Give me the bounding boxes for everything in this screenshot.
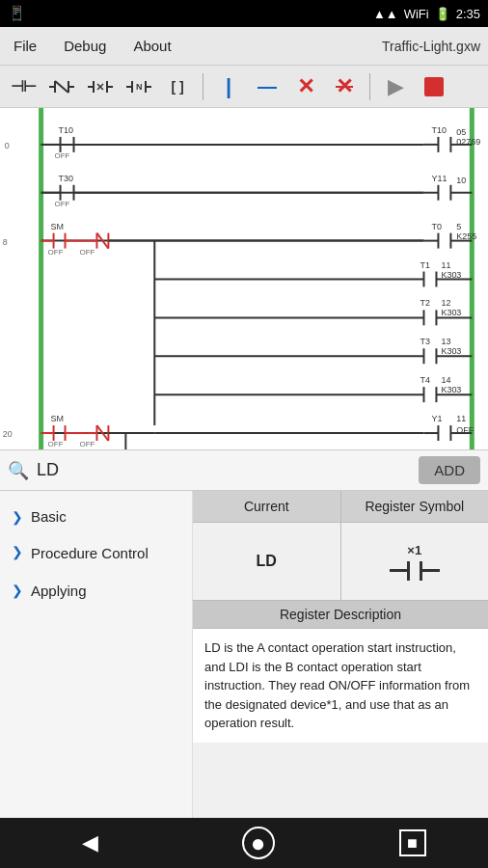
reg-line-right	[422, 569, 440, 572]
back-button[interactable]: ◀	[63, 823, 118, 863]
file-menu[interactable]: File	[8, 34, 42, 58]
contact-n-button[interactable]: N	[122, 70, 156, 103]
svg-text:12: 12	[441, 298, 450, 308]
chevron-right-icon-3: ❯	[12, 583, 23, 598]
sidebar-item-label-basic: Basic	[31, 508, 67, 525]
svg-text:05: 05	[456, 127, 466, 137]
file-title: Traffic-Light.gxw	[382, 39, 480, 54]
sidebar-item-applying[interactable]: ❯ Applying	[0, 573, 192, 609]
debug-menu[interactable]: Debug	[58, 34, 112, 58]
svg-text:11: 11	[441, 260, 450, 270]
svg-text:OFF: OFF	[79, 248, 95, 257]
chevron-right-icon: ❯	[12, 509, 23, 525]
svg-text:T3: T3	[420, 337, 429, 346]
sidebar-item-label-procedure: Procedure Control	[31, 544, 149, 563]
delete-x2-button[interactable]: ✕	[327, 70, 362, 103]
svg-text:K303: K303	[441, 385, 461, 394]
square-button[interactable]: ■	[399, 829, 426, 856]
horizontal-line-button[interactable]: —	[250, 70, 285, 103]
function-button[interactable]: [ ]	[160, 70, 195, 103]
svg-text:SM: SM	[51, 414, 64, 423]
svg-text:Y1: Y1	[431, 414, 442, 423]
svg-text:8: 8	[3, 237, 8, 247]
stop-button[interactable]	[417, 70, 451, 103]
sidebar-item-procedure-control[interactable]: ❯ Procedure Control	[0, 534, 192, 573]
svg-text:OFF: OFF	[55, 151, 70, 160]
play-button[interactable]: ▶	[378, 70, 413, 103]
current-header: Current	[193, 491, 341, 522]
svg-text:T1: T1	[420, 260, 429, 270]
menu-bar: File Debug About Traffic-Light.gxw	[0, 27, 488, 66]
svg-text:20: 20	[3, 429, 13, 439]
about-menu[interactable]: About	[127, 34, 176, 58]
svg-text:K303: K303	[441, 346, 461, 356]
svg-text:11: 11	[456, 414, 466, 423]
search-input[interactable]	[37, 460, 411, 480]
nav-bar: ◀ ● ■	[0, 818, 488, 868]
svg-text:OFF: OFF	[48, 440, 64, 448]
panel-body: LD ×1	[193, 523, 488, 601]
svg-text:10: 10	[456, 176, 466, 185]
svg-text:T0: T0	[431, 222, 441, 231]
right-panel: Current Register Symbol LD ×1	[193, 491, 488, 848]
home-button[interactable]: ●	[242, 827, 275, 859]
contact-p-button[interactable]	[83, 70, 118, 103]
panel-header: Current Register Symbol	[193, 491, 488, 523]
sidebar: ❯ Basic ❯ Procedure Control ❯ Applying	[0, 491, 193, 848]
register-symbol-header: Register Symbol	[341, 491, 489, 522]
svg-text:T2: T2	[420, 298, 429, 308]
ladder-diagram: 0 T10 OFF T10 05 02769 T30 OFF Y11 10	[0, 108, 488, 450]
current-instruction: LD	[193, 523, 341, 600]
svg-text:OFF: OFF	[55, 200, 70, 208]
reg-bar-left	[407, 561, 410, 581]
reg-line-left	[390, 569, 407, 572]
status-bar: 📱 ▲▲ WiFi 🔋 2:35	[0, 0, 488, 27]
svg-text:N: N	[136, 82, 143, 92]
phone-icon: 📱	[8, 5, 26, 22]
svg-text:K255: K255	[456, 231, 476, 241]
svg-text:K303: K303	[441, 308, 461, 317]
svg-text:T30: T30	[59, 174, 73, 183]
register-description-body: LD is the A contact operation start inst…	[193, 629, 488, 743]
svg-text:K303: K303	[441, 270, 461, 280]
svg-text:14: 14	[441, 375, 450, 385]
contact-no-button[interactable]: ⊣⊢	[6, 70, 41, 103]
sidebar-item-basic[interactable]: ❯ Basic	[0, 499, 192, 534]
register-symbol: ×1	[390, 543, 440, 581]
svg-text:T4: T4	[420, 375, 429, 385]
svg-text:OFF: OFF	[48, 248, 64, 257]
vertical-line-button[interactable]: |	[211, 70, 246, 103]
svg-text:5: 5	[456, 222, 461, 231]
search-icon: 🔍	[8, 460, 29, 481]
toolbar-sep-2	[369, 73, 370, 100]
svg-text:OFF: OFF	[79, 440, 95, 448]
sidebar-item-label-applying: Applying	[31, 583, 87, 599]
svg-text:Y11: Y11	[431, 174, 447, 183]
add-button[interactable]: ADD	[419, 456, 480, 484]
svg-text:0: 0	[5, 141, 10, 150]
status-left: 📱	[8, 5, 26, 22]
svg-text:13: 13	[441, 337, 450, 346]
search-bar: 🔍 ADD	[0, 450, 488, 491]
bottom-panel: ❯ Basic ❯ Procedure Control ❯ Applying C…	[0, 491, 488, 848]
register-symbol-display: ×1	[341, 523, 489, 600]
register-description-header: Register Description	[193, 601, 488, 629]
svg-text:OFF: OFF	[456, 425, 474, 435]
svg-line-4	[55, 81, 68, 93]
signal-icon: ▲▲	[373, 7, 398, 21]
wifi-icon: WiFi	[404, 7, 429, 21]
status-right: ▲▲ WiFi 🔋 2:35	[373, 7, 480, 21]
register-symbol-label: ×1	[407, 543, 421, 557]
contact-nc-button[interactable]	[44, 70, 79, 103]
toolbar-sep-1	[203, 73, 203, 100]
battery-icon: 🔋	[435, 7, 450, 21]
toolbar: ⊣⊢ N [ ] | — ✕ ✕ ▶	[0, 66, 488, 108]
delete-x1-button[interactable]: ✕	[288, 70, 323, 103]
time-display: 2:35	[456, 7, 480, 21]
svg-text:SM: SM	[51, 222, 64, 231]
chevron-right-icon-2: ❯	[12, 544, 23, 559]
svg-text:T10: T10	[431, 125, 446, 135]
svg-text:T10: T10	[59, 125, 73, 135]
ladder-svg: 0 T10 OFF T10 05 02769 T30 OFF Y11 10	[0, 108, 488, 449]
svg-text:02769: 02769	[456, 137, 480, 147]
